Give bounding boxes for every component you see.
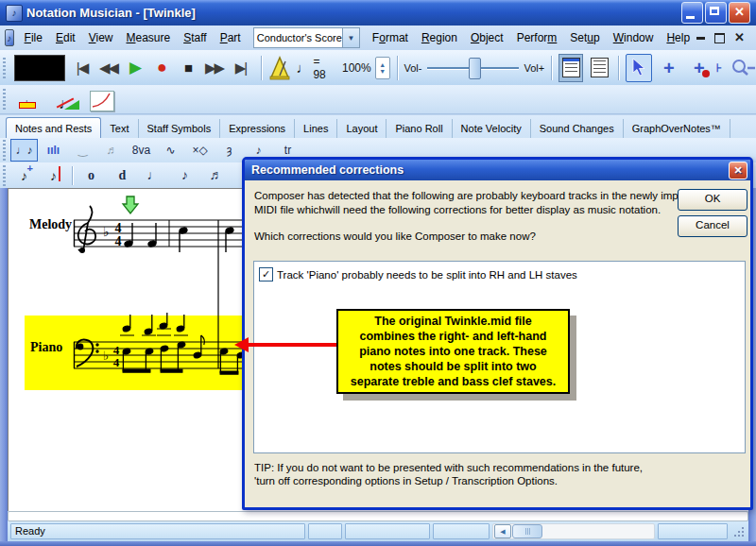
minimize-button[interactable] [681, 2, 703, 24]
resize-grip[interactable] [732, 525, 746, 538]
maximize-icon [710, 7, 719, 15]
select-arrow-button[interactable] [626, 54, 652, 82]
spinner-up-icon[interactable]: ▲ [379, 61, 386, 68]
annotation-arrow [234, 337, 336, 352]
menu-window[interactable]: Window [607, 28, 661, 47]
tab-piano-roll[interactable]: Piano Roll [387, 119, 452, 138]
chevron-down-icon[interactable]: ▼ [342, 28, 359, 47]
mdi-close-button[interactable]: ✕ [734, 33, 745, 43]
duration-tool-3[interactable]: ♪ [171, 164, 198, 187]
note-insert-tool[interactable]: ♪ [40, 164, 67, 187]
arrow-line [248, 343, 336, 347]
duration-tool-0[interactable]: o [77, 164, 105, 187]
tab-note-velocity[interactable]: Note Velocity [453, 119, 531, 138]
octave-8va-tool[interactable]: 8va [128, 139, 155, 162]
menu-right-group: FormatRegionObjectPerformSetupWindowHelp [366, 28, 696, 47]
menu-help[interactable]: Help [660, 28, 696, 47]
mdi-restore-button[interactable] [714, 33, 725, 43]
record-button[interactable]: ● [148, 56, 175, 80]
menu-view[interactable]: View [82, 28, 120, 47]
horizontal-scroll-track[interactable] [8, 511, 748, 521]
toolbar-grip[interactable] [3, 140, 6, 161]
duration-tool-4[interactable]: ♬ [202, 164, 230, 187]
tab-staff-symbols[interactable]: Staff Symbols [139, 119, 221, 138]
annotation-callout: The original Twinkle.mid filecombines th… [336, 309, 570, 394]
slider-thumb[interactable] [469, 58, 481, 79]
menu-object[interactable]: Object [464, 28, 510, 47]
x-notehead-tool[interactable]: ×◇ [186, 139, 214, 162]
add-note-button[interactable]: + [656, 54, 682, 82]
dialog-title: Recommended corrections [251, 163, 404, 177]
menu-edit[interactable]: Edit [49, 28, 82, 47]
cancel-button[interactable]: Cancel [678, 215, 747, 237]
menu-measure[interactable]: Measure [119, 28, 177, 47]
toolbar-grip[interactable] [3, 58, 6, 78]
scroll-left-icon[interactable]: ◀ [494, 524, 511, 538]
menu-file[interactable]: File [18, 28, 49, 47]
menu-part[interactable]: Part [214, 28, 248, 47]
tie-tool[interactable]: ‿ [69, 139, 96, 162]
ok-button[interactable]: OK [678, 189, 747, 211]
toolbar-grip[interactable] [3, 89, 6, 110]
tab-text[interactable]: Text [101, 119, 138, 138]
tab-sound-changes[interactable]: Sound Changes [531, 119, 624, 138]
status-panel [433, 523, 490, 539]
arrow-head-icon [234, 337, 249, 352]
jump-to-playback-button[interactable]: ♩ [16, 87, 44, 111]
score-view-combobox[interactable]: Conductor's Score ▼ [253, 27, 360, 48]
ornament-tool[interactable]: ∿ [157, 139, 184, 162]
mdi-minimize-button[interactable] [696, 37, 705, 40]
note-add-tool[interactable]: ♪+ [10, 164, 38, 187]
piano-staff[interactable]: ♭ 44 [9, 313, 245, 400]
maximize-button[interactable] [705, 2, 727, 24]
page-with-header-icon [562, 58, 580, 77]
skip-to-start-button[interactable]: |◀ [69, 56, 95, 80]
page-view-button[interactable] [558, 54, 583, 82]
tab-lines[interactable]: Lines [295, 119, 337, 138]
tab-notes-and-rests[interactable]: Notes and Rests [6, 117, 101, 138]
grace-note-tool[interactable]: ♬ [98, 139, 126, 162]
rewind-button[interactable]: ◀◀ [95, 56, 122, 80]
add-dot-note-button[interactable]: + [686, 54, 713, 82]
skip-to-end-button[interactable]: ▶| [228, 56, 254, 80]
checkbox-label[interactable]: Track 'Piano' probably needs to be split… [277, 269, 577, 281]
zoom-value: 100% [342, 61, 371, 75]
tab-layout[interactable]: Layout [337, 119, 387, 138]
menu-format[interactable]: Format [366, 28, 415, 47]
checkbox-checked[interactable]: ✓ [259, 267, 273, 282]
status-panel [308, 523, 342, 539]
toolbar-grip[interactable] [3, 165, 6, 186]
scroll-thumb[interactable] [512, 524, 542, 538]
status-bar: Ready ◀ [8, 521, 748, 541]
score-scrollbar[interactable]: ◀ [492, 523, 655, 539]
melody-staff[interactable]: ♭ 44 [9, 189, 245, 313]
velocity-bars-tool[interactable]: ıılı [40, 139, 67, 162]
duration-tool-2[interactable]: ♩ [140, 164, 167, 187]
menu-staff[interactable]: Staff [177, 28, 213, 47]
menu-setup[interactable]: Setup [563, 28, 606, 47]
bass-clef-icon [77, 339, 99, 367]
time-signature: 44 [115, 221, 122, 248]
zoom-spinner[interactable]: ▲▼ [375, 57, 390, 79]
menu-region[interactable]: Region [415, 28, 464, 47]
note-velocity-wedge-button[interactable]: ♩ [52, 87, 80, 111]
notes-and-rests-tool[interactable]: ♩♪ [10, 139, 38, 162]
rest-tool[interactable]: ȝ [215, 139, 243, 162]
graph-over-notes-button[interactable] [88, 87, 116, 111]
zoom-out-button[interactable] [730, 59, 756, 77]
close-button[interactable]: ✕ [729, 2, 750, 24]
window-view-button[interactable] [587, 54, 611, 82]
spinner-down-icon[interactable]: ▼ [379, 68, 386, 75]
menu-perform[interactable]: Perform [510, 28, 564, 47]
volume-slider[interactable] [427, 57, 518, 79]
duration-tool-1[interactable]: d [109, 164, 136, 187]
dialog-close-button[interactable]: ✕ [729, 162, 747, 179]
step-insert-icon[interactable]: ⊦ [716, 61, 722, 75]
fast-forward-button[interactable]: ▶▶ [201, 56, 228, 80]
play-button[interactable]: ▶ [122, 56, 148, 80]
corrections-list: ✓ Track 'Piano' probably needs to be spl… [253, 261, 746, 453]
metronome-icon[interactable] [267, 56, 292, 80]
stop-button[interactable]: ■ [175, 56, 201, 80]
tab-expressions[interactable]: Expressions [220, 119, 295, 138]
tab-graphovernotes-[interactable]: GraphOverNotes™ [624, 119, 730, 138]
